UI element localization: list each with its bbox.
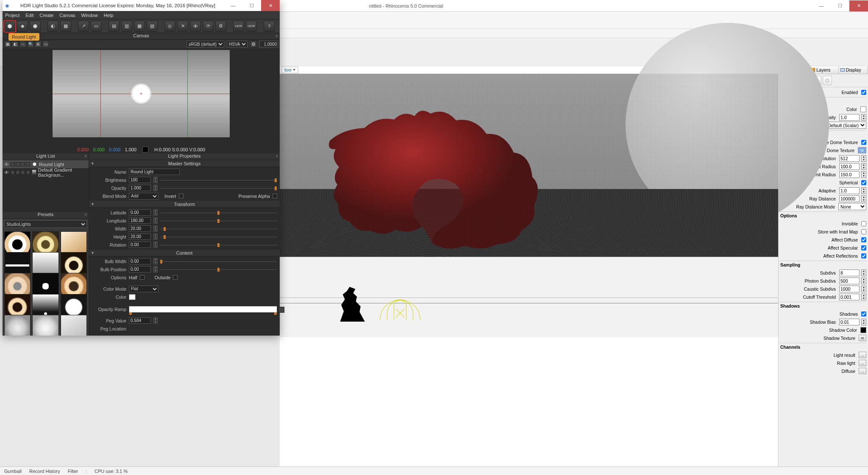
model-select[interactable]: HSVA bbox=[227, 41, 248, 47]
tool-help[interactable]: ? bbox=[264, 21, 275, 32]
caustic-subdivs-input[interactable] bbox=[839, 286, 860, 292]
tab-display[interactable]: Display bbox=[839, 66, 868, 74]
width-slider[interactable] bbox=[160, 226, 277, 231]
tool-cancel[interactable]: ✕ bbox=[177, 21, 188, 32]
latitude-input[interactable] bbox=[129, 209, 151, 216]
name-input[interactable] bbox=[129, 169, 180, 175]
tool-eye[interactable]: 👁 bbox=[190, 21, 201, 32]
tool-box[interactable]: ▭ bbox=[91, 21, 102, 32]
tool-grid1[interactable]: ▤ bbox=[108, 21, 120, 32]
tool-hdr2[interactable]: HDR bbox=[246, 21, 257, 32]
exposure-input[interactable] bbox=[259, 41, 278, 47]
light-list[interactable]: 👁 Round Light 👁 Default Gradient Backgro… bbox=[3, 160, 89, 212]
tool-grid4[interactable]: ▧ bbox=[147, 21, 158, 32]
hdr-min-button[interactable]: — bbox=[224, 0, 242, 11]
colorspace-select[interactable]: sRGB (default) bbox=[186, 41, 224, 47]
tool-grid3[interactable]: ▦ bbox=[134, 21, 145, 32]
menu-help[interactable]: Help bbox=[104, 13, 114, 18]
preset-thumb[interactable] bbox=[32, 315, 58, 336]
hex-light-button[interactable]: ◆ bbox=[17, 21, 28, 32]
tex-res-input[interactable] bbox=[839, 155, 860, 162]
eye-icon[interactable]: 👁 bbox=[4, 170, 9, 175]
tool-3[interactable] bbox=[30, 21, 41, 32]
bulb-position-input[interactable] bbox=[129, 266, 151, 272]
render-viewport[interactable] bbox=[280, 74, 778, 257]
menu-canvas[interactable]: Canvas bbox=[59, 13, 75, 18]
units-select[interactable]: Default (Scalar) bbox=[826, 122, 866, 129]
rotation-input[interactable] bbox=[129, 242, 151, 248]
opacity-ramp[interactable] bbox=[129, 306, 277, 313]
viewport-label-dropdown[interactable]: tive bbox=[281, 67, 298, 73]
height-slider[interactable] bbox=[160, 234, 277, 239]
bulb-width-input[interactable] bbox=[129, 258, 151, 264]
tool-grid2[interactable]: ▥ bbox=[121, 21, 132, 32]
presets-close-icon[interactable]: × bbox=[84, 212, 87, 217]
color-mode-select[interactable]: Flat bbox=[129, 286, 159, 292]
tool-gradient[interactable]: ◐ bbox=[47, 21, 58, 32]
section-transform[interactable]: ▼Transform bbox=[89, 201, 280, 208]
use-dome-checkbox[interactable] bbox=[861, 140, 866, 145]
dome-texture-button[interactable]: M bbox=[858, 147, 866, 153]
round-light-button[interactable] bbox=[4, 21, 15, 32]
raw-light-button[interactable]: ... bbox=[859, 360, 866, 366]
photon-subdivs-input[interactable] bbox=[839, 278, 860, 284]
peg-value-input[interactable] bbox=[129, 317, 151, 324]
canvas-viewport[interactable] bbox=[53, 50, 230, 137]
target-radius-input[interactable] bbox=[839, 163, 860, 170]
light-color-swatch[interactable] bbox=[129, 294, 136, 300]
longitude-slider[interactable] bbox=[160, 218, 277, 223]
status-filter[interactable]: Filter bbox=[68, 469, 78, 474]
intensity-input[interactable] bbox=[839, 114, 860, 121]
blend-mode-select[interactable]: Add bbox=[129, 193, 159, 200]
section-master[interactable]: ▼Master Settings bbox=[89, 160, 280, 167]
brightness-slider[interactable] bbox=[160, 178, 277, 183]
tool-refresh[interactable]: ⟳ bbox=[203, 21, 214, 32]
rotation-slider[interactable] bbox=[160, 242, 277, 247]
section-content[interactable]: ▼Content bbox=[89, 250, 280, 256]
affect-reflections-checkbox[interactable] bbox=[861, 253, 866, 258]
spherical-checkbox[interactable] bbox=[861, 180, 866, 185]
tex-res-spinner[interactable]: ▲▼ bbox=[861, 155, 866, 162]
irrad-checkbox[interactable] bbox=[861, 229, 866, 234]
hdr-titlebar[interactable]: ◉ HDR Light Studio 5.2.1 Commercial Lice… bbox=[3, 0, 280, 11]
emit-radius-input[interactable] bbox=[839, 171, 860, 178]
subdivs-input[interactable] bbox=[839, 269, 860, 276]
width-input[interactable] bbox=[129, 225, 151, 232]
shadows-checkbox[interactable] bbox=[861, 311, 866, 317]
brightness-input[interactable] bbox=[129, 177, 151, 183]
height-input[interactable] bbox=[129, 233, 151, 240]
affect-diffuse-checkbox[interactable] bbox=[861, 237, 866, 242]
presets-dropdown[interactable]: StudioLights bbox=[4, 220, 87, 228]
adaptive-input[interactable] bbox=[839, 187, 860, 194]
tool-hdr1[interactable]: HDR bbox=[233, 21, 244, 32]
canvas-close-icon[interactable]: × bbox=[275, 33, 278, 39]
invert-checkbox[interactable] bbox=[179, 194, 184, 198]
eye-icon[interactable]: 👁 bbox=[4, 162, 9, 167]
outside-checkbox[interactable] bbox=[173, 275, 178, 280]
ramp-marker-start[interactable] bbox=[129, 312, 132, 315]
status-gumball[interactable]: Gumball bbox=[4, 469, 22, 474]
presets-grid[interactable] bbox=[3, 230, 89, 336]
wireframe-viewport[interactable] bbox=[280, 257, 778, 337]
mt-2[interactable]: ◧ bbox=[12, 41, 19, 47]
hdr-close-button[interactable]: ✕ bbox=[261, 0, 280, 11]
intensity-spinner[interactable]: ▲▼ bbox=[861, 114, 866, 121]
diffuse-button[interactable]: ... bbox=[859, 368, 866, 374]
status-record-history[interactable]: Record History bbox=[29, 469, 60, 474]
shadow-bias-input[interactable] bbox=[839, 319, 860, 325]
bulb-width-slider[interactable] bbox=[160, 259, 277, 264]
mt-5[interactable]: ⊞ bbox=[35, 41, 42, 47]
preset-thumb[interactable] bbox=[4, 315, 31, 336]
shadow-texture-button[interactable]: m bbox=[859, 335, 866, 341]
ramp-marker-end[interactable] bbox=[274, 312, 277, 315]
ramp-lock-icon[interactable] bbox=[278, 307, 284, 313]
tool-picture[interactable]: ▦ bbox=[60, 21, 71, 32]
menu-project[interactable]: Project bbox=[5, 13, 19, 18]
tool-settings[interactable]: ⚙ bbox=[215, 21, 226, 32]
mt-1[interactable]: ▦ bbox=[4, 41, 11, 47]
opacity-slider[interactable] bbox=[160, 186, 277, 191]
ray-distance-input[interactable] bbox=[839, 195, 860, 202]
affect-specular-checkbox[interactable] bbox=[861, 245, 866, 250]
mt-6[interactable]: ▭ bbox=[42, 41, 49, 47]
rhino-close-button[interactable]: ✕ bbox=[849, 0, 868, 11]
